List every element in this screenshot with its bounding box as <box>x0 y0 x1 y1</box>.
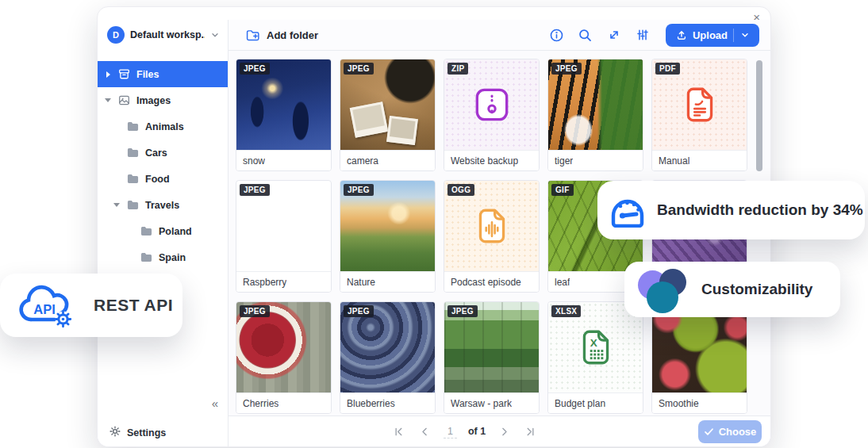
bandwidth-callout-label: Bandwidth reduction by 34% <box>657 201 863 219</box>
sidebar-item-images[interactable]: Images <box>98 87 228 113</box>
image-icon <box>117 94 131 107</box>
file-type-badge: OGG <box>447 184 474 196</box>
prev-page-icon <box>419 426 431 438</box>
sidebar: D Default worksp... FilesImagesAnimalsCa… <box>98 20 229 446</box>
sidebar-item-poland[interactable]: Poland <box>98 218 228 244</box>
next-page-icon <box>498 426 510 438</box>
sidebar-item-food[interactable]: Food <box>98 166 228 192</box>
upload-button[interactable]: Upload <box>666 24 759 47</box>
chevron-right-icon[interactable] <box>104 71 112 78</box>
audio-file-icon <box>470 205 513 247</box>
sidebar-item-travels[interactable]: Travels <box>98 192 228 218</box>
file-card-footer: tiger <box>548 150 643 170</box>
file-thumbnail: PDF <box>652 59 747 150</box>
file-type-badge: XLSX <box>551 305 581 317</box>
file-card-footer: camera <box>340 150 435 170</box>
file-card[interactable]: JPEGsnow <box>236 59 332 171</box>
sidebar-item-cars[interactable]: Cars <box>98 140 228 166</box>
sidebar-item-label: Food <box>145 174 170 185</box>
pagination: 1 of 1 <box>391 416 538 446</box>
prev-page-button[interactable] <box>417 424 432 439</box>
sidebar-item-label: Spain <box>159 252 186 263</box>
file-card[interactable]: PDFManual <box>651 59 747 171</box>
file-card-footer: snow <box>236 150 331 170</box>
choose-button[interactable]: Choose <box>698 420 762 443</box>
folder-plus-icon <box>245 28 260 43</box>
file-thumbnail: JPEG <box>340 302 435 392</box>
sidebar-item-label: Images <box>136 95 171 106</box>
chevron-down-icon <box>740 30 750 40</box>
spreadsheet-file-icon: X <box>574 326 617 369</box>
collapse-sidebar-button[interactable]: « <box>212 396 218 410</box>
sidebar-item-label: Cars <box>145 147 167 159</box>
file-thumbnail: XXLSX <box>548 302 643 392</box>
cloud-api-icon: API <box>16 281 76 330</box>
info-button[interactable] <box>547 25 567 45</box>
file-name-label: Cherries <box>243 398 278 409</box>
first-page-icon <box>393 426 405 438</box>
svg-text:X: X <box>590 337 597 349</box>
file-card-footer: Manual <box>652 150 747 170</box>
search-icon <box>578 28 593 43</box>
file-name-label: Budget plan <box>555 398 605 409</box>
first-page-button[interactable] <box>391 424 406 439</box>
sidebar-item-animals[interactable]: Animals <box>98 113 228 140</box>
sidebar-item-settings[interactable]: Settings <box>109 425 166 440</box>
file-name-label: camera <box>347 155 378 167</box>
search-button[interactable] <box>575 25 596 45</box>
file-type-badge: JPEG <box>240 184 270 196</box>
customizability-callout: Customizability <box>624 262 840 317</box>
file-card[interactable]: OGGPodcast episode <box>444 180 540 293</box>
workspace-selector[interactable]: D Default worksp... <box>98 20 228 50</box>
sidebar-item-files[interactable]: Files <box>98 61 228 87</box>
next-page-button[interactable] <box>497 424 512 439</box>
chevron-down-icon[interactable] <box>113 201 121 209</box>
choose-label: Choose <box>719 426 757 438</box>
file-name-label: Podcast episode <box>451 277 521 288</box>
file-card-footer: Website backup <box>444 150 539 170</box>
footer-bar: 1 of 1 Choose <box>229 415 770 446</box>
file-type-badge: JPEG <box>240 305 270 317</box>
add-folder-button[interactable]: Add folder <box>245 28 318 43</box>
file-card[interactable]: JPEGCherries <box>236 301 332 414</box>
file-type-badge: JPEG <box>344 63 374 75</box>
bandwidth-callout: Bandwidth reduction by 34% <box>597 181 865 239</box>
file-card[interactable]: JPEGRaspberry <box>236 180 332 293</box>
fullscreen-button[interactable] <box>604 25 624 45</box>
file-name-label: Nature <box>347 277 375 288</box>
file-type-badge: GIF <box>551 184 574 196</box>
file-type-badge: JPEG <box>551 63 582 75</box>
speedometer-icon <box>609 193 646 228</box>
file-card[interactable]: ZIPWebsite backup <box>444 59 540 171</box>
settings-adjust-button[interactable] <box>632 25 653 45</box>
check-icon <box>704 427 714 437</box>
scrollbar-thumb[interactable] <box>756 60 762 171</box>
last-page-button[interactable] <box>523 424 538 439</box>
folder-icon <box>126 172 140 186</box>
file-thumbnail: JPEG <box>548 59 643 150</box>
file-card[interactable]: JPEGWarsaw - park <box>444 301 540 414</box>
sidebar-item-label: Animals <box>145 121 184 132</box>
file-type-badge: PDF <box>655 63 680 75</box>
file-card[interactable]: JPEGtiger <box>547 59 643 171</box>
file-type-badge: JPEG <box>240 63 270 75</box>
file-card[interactable]: Smoothie <box>651 301 747 414</box>
customizability-callout-label: Customizability <box>701 281 812 298</box>
sidebar-item-spain[interactable]: Spain <box>98 244 228 270</box>
file-name-label: Warsaw - park <box>451 398 512 409</box>
page-number-input[interactable]: 1 <box>444 425 457 438</box>
file-card[interactable]: XXLSXBudget plan <box>547 301 643 414</box>
file-card[interactable]: JPEGNature <box>340 180 436 293</box>
file-thumbnail: JPEG <box>340 181 435 271</box>
upload-dropdown-caret[interactable] <box>733 29 756 42</box>
folder-tree: FilesImagesAnimalsCarsFoodTravelsPolandS… <box>98 61 228 270</box>
file-card-footer: Cherries <box>236 392 331 413</box>
file-card[interactable]: JPEGBlueberries <box>340 301 436 414</box>
sidebar-item-label: Files <box>136 69 159 80</box>
file-name-label: snow <box>243 155 265 167</box>
file-type-badge: JPEG <box>344 305 374 317</box>
rest-api-callout-label: REST API <box>94 296 173 315</box>
file-card[interactable]: JPEGcamera <box>340 59 436 171</box>
chevron-down-icon[interactable] <box>104 97 112 105</box>
file-thumbnail: ZIP <box>444 59 539 150</box>
